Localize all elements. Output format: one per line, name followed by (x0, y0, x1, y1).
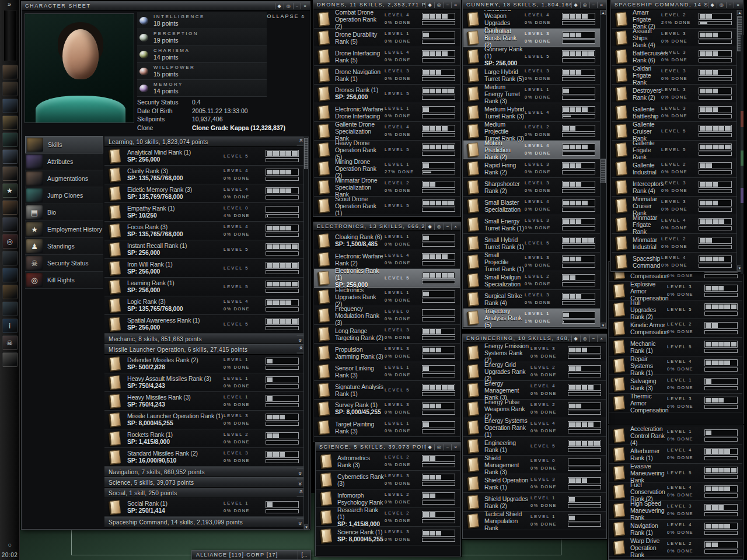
taskbar-more-button[interactable]: [... (298, 551, 310, 559)
minimize-icon[interactable]: − (589, 2, 598, 8)
skill-row[interactable]: Drones Rank (1)SP: 256,000LEVEL 5 (314, 85, 460, 103)
skill-row[interactable]: Empathy Rank (1)SP: 10/250LEVEL 04% DONE (104, 203, 306, 222)
skill-row[interactable]: Shield Operation Rank (1)LEVEL 30% DONE (463, 474, 606, 493)
sidebar-tab-augmentations[interactable]: Augmentations (25, 170, 103, 187)
skill-group-header[interactable]: Spaceship Command, 14 skills, 2,193,099 … (104, 517, 306, 527)
skill-row[interactable]: Propulsion Jamming Rank (3)LEVEL 30% DON… (314, 344, 460, 362)
skill-row[interactable]: Battlecruisers Rank (6)LEVEL 30% DONE (612, 47, 736, 66)
skill-row[interactable]: Controlled Bursts Rank (2)LEVEL 30% DONE (463, 29, 600, 47)
skill-row[interactable]: Sharpshooter Rank (2)LEVEL 30% DONE (463, 178, 600, 197)
neocom-icon[interactable]: ★ (2, 183, 18, 198)
close-icon[interactable]: × (597, 2, 605, 8)
sidebar-tab-standings[interactable]: ♟Standings (25, 238, 103, 255)
skill-row[interactable]: Spaceship CommandLEVEL 40% DONE (612, 253, 736, 271)
neocom-icon[interactable] (2, 65, 18, 79)
skill-row[interactable]: Electronic Warfare Rank (2)LEVEL 40% DON… (314, 250, 460, 269)
skill-row[interactable]: Navigation Rank (1)LEVEL 40% DONE (609, 520, 742, 538)
skill-row[interactable]: Medium Energy Turret Rank (3)LEVEL 10% D… (463, 85, 600, 103)
skill-row[interactable]: Repair Systems Rank (1)LEVEL 40% DONE (609, 356, 742, 375)
neocom-icon[interactable] (2, 268, 18, 282)
skill-row[interactable]: Gallente Frigate RankLEVEL 5 (612, 141, 736, 159)
skill-list-scrollbar[interactable]: ▼ (303, 136, 309, 530)
help-icon[interactable]: ◎ (284, 3, 293, 9)
scroll-up-arrow[interactable]: ▲ (601, 10, 606, 15)
neocom-icon[interactable] (2, 116, 18, 130)
sidebar-tab-attributes[interactable]: Attributes (25, 153, 103, 170)
skill-row[interactable]: Warp Drive Operation RankLEVEL 20% DONE (609, 538, 742, 557)
close-icon[interactable]: × (301, 3, 309, 9)
electronics-titlebar[interactable]: ELECTRONICS, 13 SKILLS, 666,260 POIN ◆◎−… (313, 222, 460, 231)
skill-row[interactable]: Afterburner Rank (1)LEVEL 40% DONE (609, 445, 742, 464)
sidebar-tab-skills[interactable]: Skills (25, 136, 103, 153)
skill-row[interactable]: Large Hybrid Turret Rank (5)LEVEL 30% DO… (463, 66, 600, 85)
close-icon[interactable]: × (597, 335, 605, 342)
skill-row[interactable]: Sensor Linking Rank (3)LEVEL 10% DONE (314, 362, 460, 381)
skill-row[interactable]: Surgical Strike Rank (4)LEVEL 30% DONE (463, 290, 600, 309)
neocom-icon[interactable] (2, 285, 18, 299)
scroll-down-arrow[interactable]: ▼ (601, 323, 606, 328)
skill-row[interactable]: Medium Hybrid Turret Rank (3)LEVEL 4 (463, 103, 600, 122)
sidebar-tab-kill-rights[interactable]: ◎Kill Rights (25, 272, 103, 289)
gunnery-scrollbar[interactable]: ▲ ▼ (600, 10, 606, 328)
skill-group-header[interactable]: Social, 1 skill, 250 points» (104, 488, 306, 498)
neocom-expand-button[interactable]: » (8, 0, 12, 9)
pin-icon[interactable]: ◆ (275, 3, 284, 9)
skill-row[interactable]: Explosive Armor CompensationLEVEL 30% DO… (609, 282, 742, 300)
collapse-button[interactable]: COLLAPSE» (262, 13, 305, 19)
skill-row[interactable]: Small Projectile Turret Rank (1)LEVEL 30… (463, 253, 600, 271)
sidebar-tab-security-status[interactable]: ☠Security Status (25, 255, 103, 272)
skill-row[interactable]: Acceleration Control Rank (4)LEVEL 10% D… (609, 426, 742, 445)
skill-group-header[interactable]: Missile Launcher Operation, 6 skills, 27… (104, 344, 306, 355)
skill-row[interactable]: Gallente Cruiser RankLEVEL 5 (612, 122, 736, 141)
skill-row[interactable]: Trajectory Analysis Rank (5)LEVEL 11% DO… (463, 309, 600, 327)
neocom-icon[interactable] (2, 132, 18, 147)
skill-row[interactable]: Gallente IndustrialLEVEL 20% DONE (612, 159, 736, 178)
skill-row[interactable]: Shield Upgrades Rank (2)LEVEL 10% DONE (463, 493, 606, 512)
pin-icon[interactable]: ◆ (425, 444, 434, 450)
neocom-icon[interactable] (2, 99, 18, 113)
character-sheet-titlebar[interactable]: CHARACTER SHEET ◆◎−× (22, 2, 310, 10)
skill-row[interactable]: Salvaging Rank (3)LEVEL 10% DONE (609, 375, 742, 394)
skill-row[interactable]: Mechanic Rank (1)LEVEL 5 (609, 338, 742, 356)
skill-row[interactable]: Spatial Awareness Rank (1)SP: 256,000LEV… (104, 315, 306, 334)
skill-row[interactable]: Science Rank (1)SP: 8,000/45,255LEVEL 30… (316, 527, 460, 545)
neocom-icon[interactable] (2, 149, 18, 164)
close-icon[interactable]: × (451, 444, 459, 450)
pin-icon[interactable]: ◆ (571, 335, 580, 342)
character-status-icon[interactable]: ○ (8, 541, 12, 548)
skill-row[interactable]: Mining Drone Operation Rank (2)LEVEL 127… (314, 159, 460, 178)
help-icon[interactable]: ◎ (434, 2, 444, 8)
skill-row[interactable]: Instant Recall Rank (1)SP: 256,000LEVEL … (104, 240, 306, 259)
skill-row[interactable]: Eidetic Memory Rank (3)SP: 135,769/768,0… (104, 184, 306, 203)
skill-row[interactable]: Cloaking Rank (6)SP: 1,500/8,485LEVEL 10… (314, 232, 460, 250)
neocom-monolith-icon[interactable] (4, 10, 16, 61)
skill-row[interactable]: Small Blaster SpecializationLEVEL 40% DO… (463, 197, 600, 215)
skill-row[interactable]: Defender Missiles Rank (2)SP: 500/2,828L… (104, 355, 306, 373)
neocom-icon[interactable]: ☠ (2, 335, 18, 350)
engineering-titlebar[interactable]: ENGINEERING, 10 SKILLS, 468,185 POIN ◆◎−… (463, 334, 606, 343)
neocom-icon[interactable] (2, 302, 18, 316)
skill-row[interactable]: High Speed Maneuvering RankLEVEL 30% DON… (609, 501, 742, 520)
skill-row[interactable]: Gallente Drone Specialization RankLEVEL … (314, 122, 460, 141)
skill-group-header[interactable]: Science, 5 skills, 39,073 points» (104, 477, 306, 488)
skill-row[interactable]: Gallente BattleshipLEVEL 30% DONE (612, 103, 736, 122)
neocom-icon[interactable]: i (2, 318, 18, 333)
skill-row[interactable]: Thermic Armor CompensationLEVEL 30% DONE (609, 394, 742, 412)
skill-row[interactable]: Drone Durability Rank (5)LEVEL 10% DONE (314, 29, 460, 47)
skill-row[interactable]: Small Energy Turret Rank (1)LEVEL 30% DO… (463, 215, 600, 234)
help-icon[interactable]: ◎ (434, 444, 444, 450)
skill-row[interactable]: Heavy Drone Operation Rank (5)LEVEL 5 (314, 141, 460, 159)
skill-row[interactable]: Engineering Rank (1)LEVEL 5 (463, 437, 606, 456)
skill-row[interactable]: Scout Drone Operation Rank (1)LEVEL 5 (314, 197, 460, 215)
sidebar-tab-jump-clones[interactable]: Jump Clones (25, 187, 103, 204)
scrollbar-thumb[interactable] (304, 138, 308, 169)
skill-row[interactable]: Cybernetics Rank (3)LEVEL 30% DONE (316, 471, 460, 489)
skill-row[interactable]: Signature Analysis Rank (1)LEVEL 5 (314, 381, 460, 400)
skill-row[interactable]: Minmatar Drone Specialization RankLEVEL … (314, 178, 460, 197)
help-icon[interactable]: ◎ (434, 223, 444, 230)
neocom-icon[interactable] (2, 166, 18, 181)
skill-row[interactable]: Target Painting Rank (3)LEVEL 10% DONE (314, 418, 460, 437)
skill-row[interactable]: Social Rank (1)SP: 250/1,414LEVEL 10% DO… (104, 498, 306, 517)
skill-row[interactable]: Electronics Upgrades Rank (2)LEVEL 10% D… (314, 288, 460, 306)
skill-row[interactable]: Energy Pulse Weapons Rank (2)LEVEL 20% D… (463, 400, 606, 418)
